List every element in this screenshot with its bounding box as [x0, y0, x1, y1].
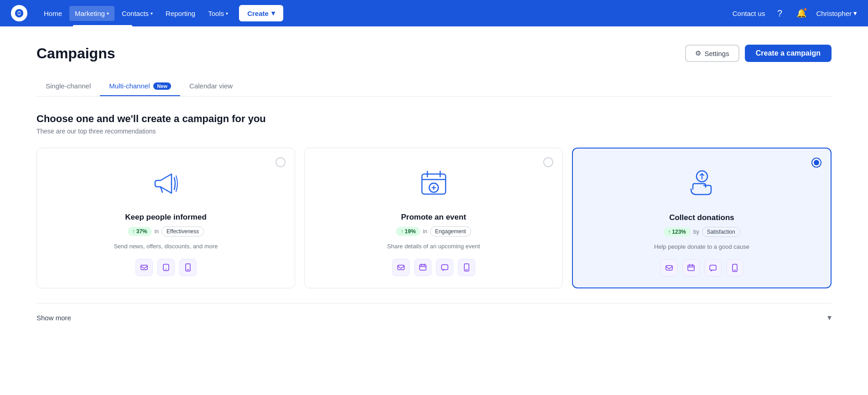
svg-rect-24 — [688, 265, 694, 271]
user-chevron-icon: ▾ — [853, 9, 857, 17]
up-arrow-icon: ↑ — [400, 228, 403, 235]
sms-channel-icon — [157, 259, 175, 276]
help-button[interactable]: ? — [772, 6, 787, 21]
mobile-channel-icon — [458, 259, 475, 276]
tabs-bar: Single-channel Multi-channel New Calenda… — [36, 77, 832, 97]
marketing-chevron-icon: ▾ — [107, 11, 109, 16]
up-arrow-icon: ↑ — [132, 228, 135, 235]
card-channels-keep-informed — [135, 259, 197, 276]
stat-pill-keep-informed: ↑ 37% — [128, 227, 152, 236]
show-more-row[interactable]: Show more ▾ — [36, 303, 832, 323]
chevron-down-icon: ▾ — [827, 313, 832, 323]
card-stats-keep-informed: ↑ 37% in Effectiveness — [128, 226, 204, 236]
calendar-channel-icon — [414, 259, 431, 276]
card-desc-collect-donations: Help people donate to a good cause — [654, 243, 749, 250]
card-radio-collect-donations[interactable] — [811, 158, 821, 168]
tab-multi-channel[interactable]: Multi-channel New — [100, 77, 180, 96]
nav-marketing[interactable]: Marketing ▾ — [69, 6, 114, 21]
new-badge: New — [153, 82, 171, 90]
card-promote-event[interactable]: Promote an event ↑ 19% in Engagement Sha… — [304, 148, 563, 288]
create-chevron-icon: ▾ — [271, 9, 275, 17]
notifications-button[interactable]: 🔔 — [794, 6, 809, 21]
tools-chevron-icon: ▾ — [226, 11, 228, 16]
contacts-chevron-icon: ▾ — [151, 11, 153, 16]
email-channel-icon — [660, 259, 678, 277]
card-keep-informed[interactable]: Keep people informed ↑ 37% in Effectiven… — [36, 148, 295, 288]
nav-reporting[interactable]: Reporting — [160, 6, 201, 21]
main-content: Campaigns ⚙ Settings Create a campaign S… — [0, 26, 868, 395]
navbar: Home Marketing ▾ Contacts ▾ Reporting To… — [0, 0, 868, 26]
gear-icon: ⚙ — [695, 49, 701, 57]
svg-rect-14 — [398, 265, 404, 270]
show-more-label: Show more — [36, 314, 71, 322]
campaign-cards-row: Keep people informed ↑ 37% in Effectiven… — [36, 148, 832, 288]
svg-rect-19 — [442, 265, 448, 270]
svg-rect-23 — [666, 266, 672, 270]
page-header: Campaigns ⚙ Settings Create a campaign — [36, 45, 832, 62]
megaphone-icon — [146, 163, 187, 204]
card-radio-promote-event[interactable] — [543, 157, 553, 167]
card-desc-promote-event: Share details of an upcoming event — [387, 243, 480, 250]
create-button[interactable]: Create ▾ — [239, 5, 283, 21]
sms-channel-icon — [704, 259, 722, 277]
stat-pill-promote-event: ↑ 19% — [396, 227, 420, 236]
card-title-keep-informed: Keep people informed — [125, 213, 207, 222]
contact-us-link[interactable]: Contact us — [733, 10, 765, 17]
card-title-promote-event: Promote an event — [401, 213, 466, 222]
settings-button[interactable]: ⚙ Settings — [685, 45, 739, 62]
card-collect-donations[interactable]: Collect donations ↑ 123% by Satisfaction… — [572, 148, 832, 288]
logo[interactable] — [11, 5, 27, 21]
donation-icon — [681, 163, 722, 204]
email-channel-icon — [135, 259, 153, 276]
up-arrow-icon: ↑ — [668, 229, 670, 235]
card-channels-collect-donations — [660, 259, 743, 277]
card-stats-promote-event: ↑ 19% in Engagement — [396, 226, 471, 236]
calendar-icon — [413, 163, 454, 204]
active-nav-indicator — [73, 25, 132, 26]
stat-pill-collect-donations: ↑ 123% — [663, 227, 691, 236]
create-campaign-button[interactable]: Create a campaign — [745, 45, 832, 62]
card-title-collect-donations: Collect donations — [669, 213, 734, 222]
help-icon: ? — [777, 8, 782, 19]
svg-point-1 — [18, 12, 21, 15]
svg-point-4 — [166, 269, 166, 270]
svg-rect-28 — [710, 265, 716, 270]
svg-rect-7 — [422, 174, 446, 194]
nav-home[interactable]: Home — [38, 6, 68, 21]
nav-contacts[interactable]: Contacts ▾ — [116, 6, 158, 21]
sms-channel-icon — [436, 259, 453, 276]
section-subtext: These are our top three recommendations — [36, 128, 832, 135]
calendar-channel-icon — [682, 259, 700, 277]
nav-tools[interactable]: Tools ▾ — [203, 6, 234, 21]
page-title: Campaigns — [36, 45, 115, 62]
nav-right: Contact us ? 🔔 Christopher ▾ — [733, 6, 857, 21]
svg-rect-2 — [141, 265, 147, 270]
mobile-channel-icon — [726, 259, 743, 277]
tab-single-channel[interactable]: Single-channel — [36, 77, 100, 96]
tab-calendar-view[interactable]: Calendar view — [180, 77, 242, 96]
card-desc-keep-informed: Send news, offers, discounts, and more — [114, 243, 218, 250]
section-heading: Choose one and we'll create a campaign f… — [36, 113, 832, 125]
svg-rect-15 — [420, 265, 426, 270]
mobile-channel-icon — [179, 259, 197, 276]
notification-dot — [803, 7, 807, 11]
card-channels-promote-event — [392, 259, 475, 276]
nav-links: Home Marketing ▾ Contacts ▾ Reporting To… — [38, 5, 729, 21]
email-channel-icon — [392, 259, 410, 276]
card-radio-keep-informed[interactable] — [275, 157, 286, 167]
header-actions: ⚙ Settings Create a campaign — [685, 45, 832, 62]
card-stats-collect-donations: ↑ 123% by Satisfaction — [663, 227, 740, 237]
user-menu[interactable]: Christopher ▾ — [816, 9, 857, 17]
